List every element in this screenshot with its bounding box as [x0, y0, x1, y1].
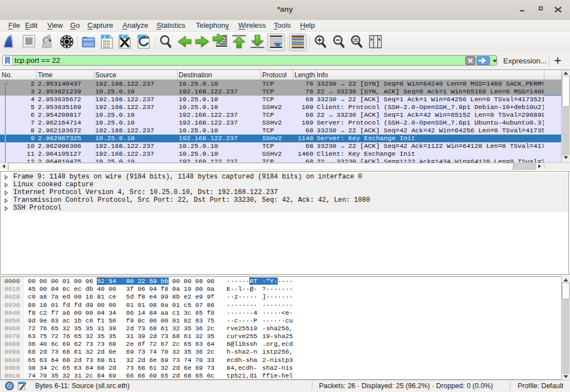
svg-text:0111: 0111 [103, 46, 110, 49]
